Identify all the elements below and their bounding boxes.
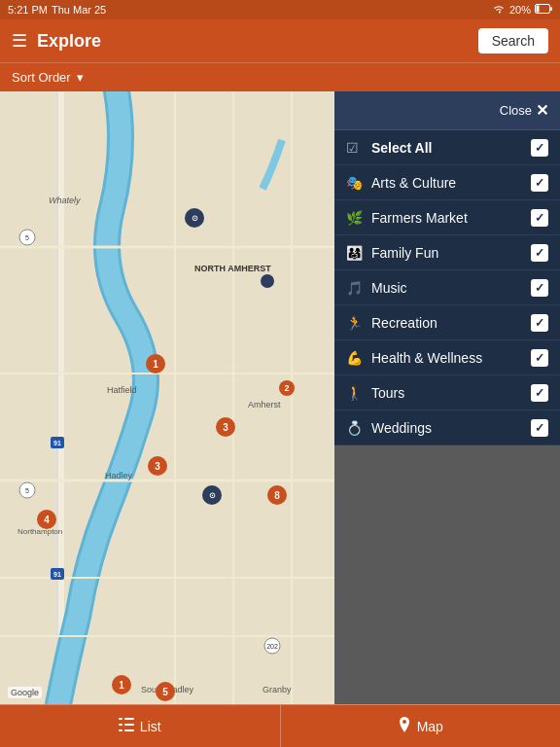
select-all-checkbox[interactable] (531, 139, 548, 157)
filter-items-container: 🎭 Arts & Culture 🌿 Farmers Market 👨‍👩‍👧 … (334, 165, 560, 445)
filter-checkbox-music[interactable] (531, 279, 548, 297)
battery-icon (535, 4, 552, 16)
filter-checkbox-family-fun[interactable] (531, 244, 548, 262)
sub-header: Sort Order ▾ (0, 62, 560, 91)
map-nav-item[interactable]: Map (281, 705, 561, 747)
svg-rect-2 (537, 6, 540, 13)
map-pins: ⊙ 1 3 2 3 ⊙ 8 4 1 5 ⊙ (0, 91, 334, 704)
filter-item-health-wellness[interactable]: 💪 Health & Wellness (334, 340, 560, 375)
filter-checkbox-arts-culture[interactable] (531, 174, 548, 192)
map-pin[interactable]: 1 (146, 354, 165, 374)
svg-rect-37 (124, 729, 134, 731)
filter-label-farmers-market: Farmers Market (371, 210, 531, 226)
map-pin[interactable]: 2 (279, 380, 295, 396)
map-nav-label: Map (417, 719, 443, 734)
google-watermark: Google (8, 687, 42, 698)
map-pin[interactable]: 4 (37, 510, 56, 529)
filter-list: ☑ Select All 🎭 Arts & Culture 🌿 Farmers … (334, 130, 560, 445)
filter-select-all[interactable]: ☑ Select All (334, 130, 560, 165)
svg-rect-33 (124, 718, 134, 720)
close-label: Close (500, 103, 532, 118)
filter-checkbox-weddings[interactable] (531, 419, 548, 437)
filter-item-tours[interactable]: 🚶 Tours (334, 375, 560, 410)
battery-label: 20% (509, 4, 531, 16)
map-pin[interactable]: 3 (148, 456, 167, 476)
time: 5:21 PM (8, 4, 48, 16)
status-right: 20% (492, 4, 552, 17)
svg-rect-32 (119, 718, 122, 720)
map-area[interactable]: 91 91 5 5 202 Whately NORTH AMHERST Hatf… (0, 91, 334, 704)
wifi-icon (492, 4, 506, 17)
filter-icon-tours: 🚶 (346, 385, 368, 401)
filter-item-family-fun[interactable]: 👨‍👩‍👧 Family Fun (334, 235, 560, 270)
filter-label-arts-culture: Arts & Culture (371, 175, 531, 191)
filter-checkbox-farmers-market[interactable] (531, 209, 548, 227)
filter-item-recreation[interactable]: 🏃 Recreation (334, 305, 560, 340)
header: ☰ Explore Search (0, 19, 560, 62)
filter-label-family-fun: Family Fun (371, 245, 531, 261)
search-button[interactable]: Search (478, 28, 548, 53)
sort-dropdown-icon[interactable]: ▾ (77, 70, 84, 85)
date: Thu Mar 25 (52, 4, 106, 16)
filter-icon-arts-culture: 🎭 (346, 175, 368, 191)
filter-label-recreation: Recreation (371, 315, 531, 331)
filter-icon-music: 🎵 (346, 280, 368, 296)
filter-label-health-wellness: Health & Wellness (371, 350, 531, 366)
filter-checkbox-tours[interactable] (531, 384, 548, 402)
map-pin[interactable]: 5 (156, 682, 175, 701)
filter-grey-area (334, 445, 560, 704)
filter-icon-weddings: 💍 (346, 420, 368, 436)
filter-item-music[interactable]: 🎵 Music (334, 270, 560, 305)
header-left: ☰ Explore (12, 30, 101, 52)
filter-icon-family-fun: 👨‍👩‍👧 (346, 245, 368, 261)
map-pin[interactable]: ⊙ (202, 485, 222, 505)
select-all-icon: ☑ (346, 140, 368, 156)
filter-icon-farmers-market: 🌿 (346, 210, 368, 226)
filter-icon-recreation: 🏃 (346, 315, 368, 331)
filter-checkbox-recreation[interactable] (531, 314, 548, 332)
filter-label-music: Music (371, 280, 531, 296)
list-nav-label: List (140, 719, 161, 734)
svg-point-38 (402, 720, 406, 724)
sort-label: Sort Order (12, 70, 71, 85)
map-pin[interactable]: 8 (267, 485, 287, 505)
close-button[interactable]: Close ✕ (500, 101, 548, 120)
menu-icon[interactable]: ☰ (12, 30, 27, 52)
svg-rect-1 (550, 7, 552, 11)
app-title: Explore (37, 31, 101, 52)
svg-rect-36 (119, 729, 122, 731)
svg-rect-34 (119, 724, 122, 726)
filter-label-tours: Tours (371, 385, 531, 401)
overlay-panel: Close ✕ ☑ Select All 🎭 Arts & Culture 🌿 … (334, 91, 560, 704)
close-icon: ✕ (536, 101, 548, 120)
status-bar: 5:21 PM Thu Mar 25 20% (0, 0, 560, 19)
list-icon (119, 718, 134, 734)
filter-checkbox-health-wellness[interactable] (531, 349, 548, 367)
filter-item-arts-culture[interactable]: 🎭 Arts & Culture (334, 165, 560, 200)
filter-icon-health-wellness: 💪 (346, 350, 368, 366)
map-pin[interactable]: ⊙ (185, 208, 204, 228)
map-icon (398, 717, 411, 735)
filter-header: Close ✕ (334, 91, 560, 130)
bottom-nav: List Map (0, 704, 560, 747)
filter-item-farmers-market[interactable]: 🌿 Farmers Market (334, 200, 560, 235)
map-pin[interactable]: 1 (112, 675, 131, 694)
svg-rect-35 (124, 724, 134, 726)
filter-item-weddings[interactable]: 💍 Weddings (334, 410, 560, 445)
list-nav-item[interactable]: List (0, 705, 281, 747)
main-content: 91 91 5 5 202 Whately NORTH AMHERST Hatf… (0, 91, 560, 704)
filter-label-weddings: Weddings (371, 420, 531, 436)
map-pin[interactable] (261, 274, 274, 288)
status-left: 5:21 PM Thu Mar 25 (8, 4, 106, 16)
select-all-label: Select All (371, 140, 531, 156)
map-pin[interactable]: 3 (216, 417, 235, 437)
